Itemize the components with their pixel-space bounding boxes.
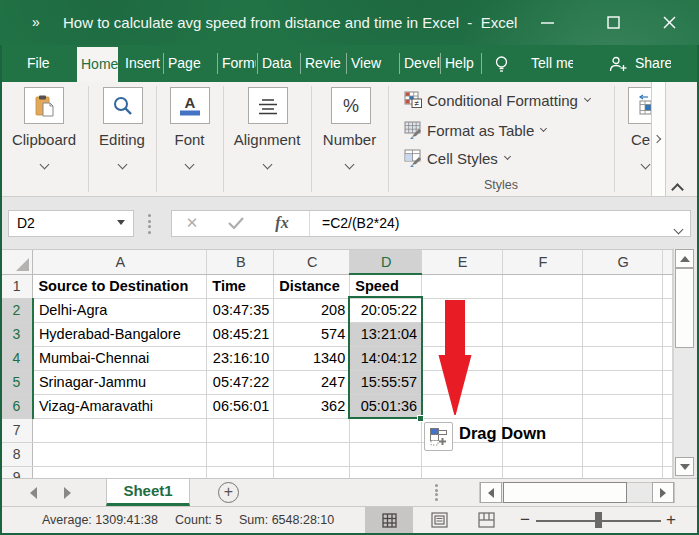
share-button[interactable]: Share xyxy=(631,45,671,82)
cell-f8[interactable] xyxy=(502,442,583,466)
page-layout-view-button[interactable] xyxy=(420,507,458,533)
minimize-button[interactable] xyxy=(525,0,569,45)
new-sheet-button[interactable]: + xyxy=(218,482,239,503)
tab-help[interactable]: Help xyxy=(441,45,480,82)
cell-c8[interactable] xyxy=(274,442,350,466)
cell-c1[interactable]: Distance xyxy=(274,274,350,298)
row-header-7[interactable]: 7 xyxy=(0,418,33,442)
row-header-2[interactable]: 2 xyxy=(0,298,33,322)
cell-g5[interactable] xyxy=(583,370,663,394)
row-header-3[interactable]: 3 xyxy=(0,322,33,346)
cell-g7[interactable] xyxy=(583,418,663,442)
fill-handle[interactable] xyxy=(417,415,424,422)
conditional-formatting-button[interactable]: ≠ Conditional Formatting xyxy=(404,91,590,109)
font-group-button[interactable]: A xyxy=(170,87,210,124)
cell-b7[interactable] xyxy=(207,418,274,442)
name-box-dropdown-icon[interactable] xyxy=(117,220,125,225)
tab-insert[interactable]: Insert xyxy=(121,45,163,82)
tab-file[interactable]: File xyxy=(20,45,56,82)
cell-g2[interactable] xyxy=(583,298,663,322)
zoom-slider-thumb[interactable] xyxy=(595,512,602,528)
cell-f6[interactable] xyxy=(502,394,583,418)
tell-me-box[interactable]: Tell me xyxy=(527,45,573,82)
formula-bar-splitter[interactable] xyxy=(148,214,152,234)
auto-fill-options-button[interactable] xyxy=(424,422,453,451)
cell-f4[interactable] xyxy=(502,346,583,370)
formula-bar-expand-icon[interactable] xyxy=(675,219,682,237)
cell-f2[interactable] xyxy=(502,298,583,322)
name-box[interactable]: D2 xyxy=(8,210,134,237)
cell-c9[interactable] xyxy=(274,466,350,478)
cell-b3[interactable]: 08:45:21 xyxy=(207,322,274,346)
cell-g4[interactable] xyxy=(583,346,663,370)
cell-g6[interactable] xyxy=(583,394,663,418)
number-group-button[interactable]: % xyxy=(331,87,371,124)
cell-styles-button[interactable]: Cell Styles xyxy=(404,149,510,167)
cell-e9[interactable] xyxy=(422,466,503,478)
tab-view[interactable]: View xyxy=(347,45,398,82)
column-header-b[interactable]: B xyxy=(207,250,274,274)
vertical-scroll-thumb[interactable] xyxy=(675,268,694,348)
collapse-ribbon-button[interactable] xyxy=(670,180,690,194)
row-header-8[interactable]: 8 xyxy=(0,442,33,466)
scroll-right-button[interactable] xyxy=(652,482,674,503)
cell-b5[interactable]: 05:47:22 xyxy=(207,370,274,394)
format-as-table-button[interactable]: Format as Table xyxy=(404,121,546,139)
tab-review[interactable]: Revie xyxy=(301,45,345,82)
cell-d7[interactable] xyxy=(350,418,422,442)
cells-group-button[interactable] xyxy=(628,87,651,124)
column-header-f[interactable]: F xyxy=(502,250,583,274)
select-all-corner[interactable] xyxy=(0,250,33,274)
cell-b6[interactable]: 06:56:01 xyxy=(207,394,274,418)
vertical-scrollbar[interactable] xyxy=(673,248,697,478)
zoom-out-button[interactable]: − xyxy=(517,511,533,529)
tab-developer[interactable]: Devel xyxy=(400,45,440,82)
tab-data[interactable]: Data xyxy=(258,45,300,82)
scroll-left-button[interactable] xyxy=(480,482,502,503)
page-break-preview-button[interactable] xyxy=(467,507,505,533)
cell-a9[interactable] xyxy=(33,466,207,478)
enter-check-icon[interactable] xyxy=(226,212,246,234)
cell-d9[interactable] xyxy=(350,466,422,478)
cell-a8[interactable] xyxy=(33,442,207,466)
normal-view-button[interactable] xyxy=(365,507,413,533)
quick-access-toolbar-icon[interactable]: » xyxy=(26,9,46,35)
cell-c4[interactable]: 1340 xyxy=(274,346,350,370)
cell-b2[interactable]: 03:47:35 xyxy=(207,298,274,322)
cell-f5[interactable] xyxy=(502,370,583,394)
column-header-d[interactable]: D xyxy=(350,250,422,274)
cell-b1[interactable]: Time xyxy=(207,274,274,298)
column-header-a[interactable]: A xyxy=(33,250,207,274)
cell-c3[interactable]: 574 xyxy=(274,322,350,346)
row-header-5[interactable]: 5 xyxy=(0,370,33,394)
cancel-icon[interactable]: ✕ xyxy=(182,212,202,234)
cell-c5[interactable]: 247 xyxy=(274,370,350,394)
column-header-c[interactable]: C xyxy=(274,250,350,274)
cell-a3[interactable]: Hyderabad-Bangalore xyxy=(33,322,207,346)
cell-f3[interactable] xyxy=(502,322,583,346)
tab-page-layout[interactable]: Page xyxy=(164,45,216,82)
cell-a4[interactable]: Mumbai-Chennai xyxy=(33,346,207,370)
column-header-e[interactable]: E xyxy=(422,250,503,274)
cell-d1[interactable]: Speed xyxy=(350,274,422,298)
cell-f1[interactable] xyxy=(502,274,583,298)
sheet-nav-right-icon[interactable] xyxy=(64,487,71,499)
cell-c6[interactable]: 362 xyxy=(274,394,350,418)
tab-home[interactable]: Home xyxy=(77,47,118,82)
cell-f9[interactable] xyxy=(502,466,583,478)
cell-a6[interactable]: Vizag-Amaravathi xyxy=(33,394,207,418)
tab-scrollbar-splitter[interactable] xyxy=(435,484,439,501)
column-header-g[interactable]: G xyxy=(583,250,663,274)
cell-g3[interactable] xyxy=(583,322,663,346)
cell-g1[interactable] xyxy=(583,274,663,298)
cell-b9[interactable] xyxy=(207,466,274,478)
ribbon-scroll-right-button[interactable] xyxy=(651,82,666,196)
editing-group-button[interactable] xyxy=(103,87,143,124)
scroll-up-button[interactable] xyxy=(675,249,694,268)
cell-d8[interactable] xyxy=(350,442,422,466)
sheet-tab-sheet1[interactable]: Sheet1 xyxy=(106,479,190,506)
cell-a2[interactable]: Delhi-Agra xyxy=(33,298,207,322)
cell-a5[interactable]: Srinagar-Jammu xyxy=(33,370,207,394)
row-header-4[interactable]: 4 xyxy=(0,346,33,370)
row-header-1[interactable]: 1 xyxy=(0,274,33,298)
